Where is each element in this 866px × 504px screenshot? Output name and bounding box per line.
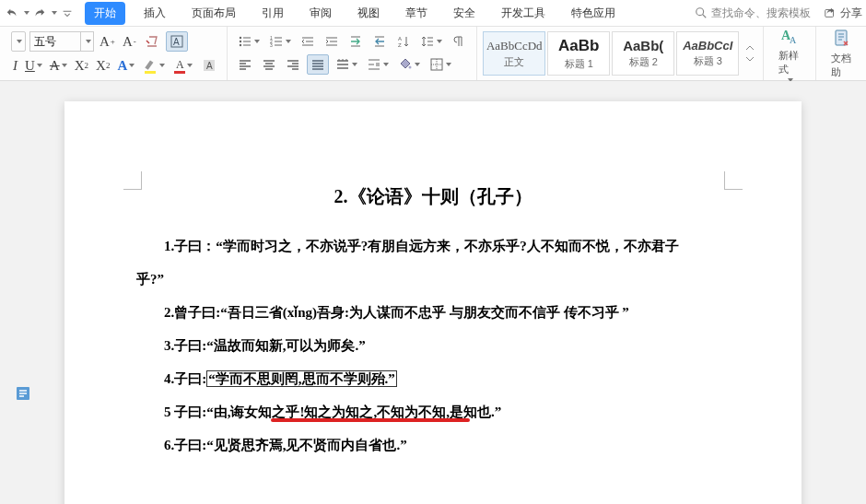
- bullets-button[interactable]: [235, 32, 263, 51]
- ribbon: A+ A- A I U A X2 X2 A A A 123 AZ: [0, 26, 866, 81]
- svg-text:3: 3: [270, 42, 273, 48]
- tab-start[interactable]: 开始: [85, 2, 125, 25]
- style-sample: AaBb(: [623, 38, 663, 53]
- doc-helper-icon: [831, 28, 853, 50]
- tab-references[interactable]: 引用: [254, 2, 291, 25]
- styles-more-button[interactable]: [743, 31, 757, 76]
- paragraph-2: 2.曾子曰:“吾日三省(xǐng)吾身:为人谋而不忠乎 与朋友交而不信乎 传不习…: [136, 296, 730, 329]
- distribute-button[interactable]: [333, 55, 360, 74]
- document-title: 2.《论语》十则（孔子）: [136, 184, 730, 209]
- tab-chapter[interactable]: 章节: [398, 2, 435, 25]
- redo-button[interactable]: [31, 5, 48, 21]
- decrease-indent-button[interactable]: [298, 32, 318, 51]
- font-size-combo[interactable]: [29, 31, 94, 52]
- svg-text:A: A: [206, 61, 213, 71]
- paragraph-4: 4.子曰:“学而不思则罔,思而不学则殆.”: [136, 362, 730, 395]
- increase-indent-button[interactable]: [322, 32, 342, 51]
- borders-button[interactable]: [427, 55, 454, 74]
- paragraph-4-highlight: “学而不思则罔,思而不学则殆.”: [206, 370, 397, 387]
- strikethrough-button[interactable]: A: [48, 58, 69, 74]
- style-normal[interactable]: AaBbCcDd 正文: [483, 31, 545, 76]
- show-marks-button[interactable]: [449, 32, 469, 51]
- sort-button[interactable]: AZ: [393, 32, 414, 51]
- subscript-button[interactable]: X2: [94, 58, 111, 74]
- rtl-button[interactable]: [369, 32, 390, 51]
- style-label: 标题 2: [629, 55, 658, 69]
- superscript-button[interactable]: X2: [73, 58, 90, 74]
- new-style-icon: AA: [778, 25, 801, 47]
- tab-featured[interactable]: 特色应用: [564, 2, 623, 25]
- clear-format-button[interactable]: [142, 32, 162, 51]
- line-spacing-button[interactable]: [417, 32, 445, 51]
- qat-dropdown[interactable]: [59, 5, 76, 21]
- character-border-button[interactable]: A: [166, 31, 188, 52]
- paragraph-6: 6.子曰:“见贤思齐焉,见不贤而内自省也.”: [136, 428, 730, 462]
- workspace: 2.《论语》十则（孔子） 1.子曰：“学而时习之，不亦说乎?有朋自远方来，不亦乐…: [0, 81, 866, 504]
- search-icon: [695, 6, 708, 19]
- font-family-dropdown[interactable]: [11, 31, 26, 52]
- menu-right: 查找命令、搜索模板 分享: [695, 6, 862, 21]
- svg-point-7: [240, 41, 241, 42]
- underline-button[interactable]: U: [23, 58, 44, 74]
- menu-left: 开始 插入 页面布局 引用 审阅 视图 章节 安全 开发工具 特色应用: [4, 2, 623, 25]
- style-sample: AaBbCcI: [683, 39, 732, 53]
- margin-corner-tr: [724, 171, 743, 190]
- style-heading1[interactable]: AaBb 标题 1: [547, 31, 610, 76]
- shading-button[interactable]: [395, 55, 423, 74]
- new-style-label: 新样式: [778, 49, 801, 76]
- svg-point-0: [696, 8, 704, 16]
- font-color-button[interactable]: A: [171, 56, 195, 76]
- character-shading-button[interactable]: A: [199, 56, 219, 75]
- paragraph-5: 5 子曰:“由,诲女知之乎!知之为知之,不知为不知,是知也.”: [136, 395, 730, 428]
- margin-corner-tl: [123, 171, 142, 190]
- share-icon: [824, 6, 837, 19]
- align-center-button[interactable]: [259, 55, 279, 74]
- decrease-font-button[interactable]: A-: [121, 34, 138, 50]
- font-group: A+ A- A I U A X2 X2 A A A: [4, 27, 228, 80]
- paragraph-3: 3.子曰:“温故而知新,可以为师矣.”: [136, 329, 730, 362]
- svg-point-14: [409, 66, 412, 69]
- share-button[interactable]: 分享: [824, 6, 862, 21]
- paragraph-group: 123 AZ: [228, 27, 477, 80]
- undo-dropdown[interactable]: [20, 9, 31, 17]
- search-placeholder: 查找命令、搜索模板: [711, 6, 811, 21]
- paragraph-1b: 乎?”: [136, 263, 730, 296]
- align-right-button[interactable]: [283, 55, 303, 74]
- increase-font-button[interactable]: A+: [98, 34, 117, 50]
- page-content[interactable]: 2.《论语》十则（孔子） 1.子曰：“学而时习之，不亦说乎?有朋自远方来，不亦乐…: [64, 101, 802, 480]
- svg-text:A: A: [398, 36, 402, 41]
- italic-button[interactable]: I: [11, 58, 19, 74]
- align-justify-button[interactable]: [307, 54, 329, 75]
- doc-helper-group: 文档助: [816, 27, 866, 80]
- undo-button[interactable]: [4, 5, 20, 21]
- style-label: 标题 1: [565, 57, 593, 71]
- redo-dropdown[interactable]: [48, 9, 59, 17]
- tab-insert[interactable]: 插入: [136, 2, 173, 25]
- numbering-button[interactable]: 123: [266, 32, 294, 51]
- document-page: 2.《论语》十则（孔子） 1.子曰：“学而时习之，不亦说乎?有朋自远方来，不亦乐…: [64, 101, 802, 504]
- highlight-color-button[interactable]: [140, 55, 168, 76]
- new-style-group: AA 新样式: [764, 27, 816, 80]
- tab-review[interactable]: 审阅: [302, 2, 339, 25]
- ltr-button[interactable]: [345, 32, 366, 51]
- new-style-button[interactable]: AA 新样式: [771, 23, 808, 84]
- tab-view[interactable]: 视图: [350, 2, 387, 25]
- undo-redo-group: [4, 5, 76, 21]
- style-heading3[interactable]: AaBbCcI 标题 3: [676, 31, 739, 76]
- style-sample: AaBbCcDd: [486, 39, 543, 53]
- tab-page-layout[interactable]: 页面布局: [184, 2, 243, 25]
- navigation-pane-icon[interactable]: [15, 385, 31, 402]
- font-size-dropdown[interactable]: [80, 32, 93, 51]
- style-heading2[interactable]: AaBb( 标题 2: [612, 31, 674, 76]
- font-size-input[interactable]: [30, 35, 80, 48]
- menu-tabs: 开始 插入 页面布局 引用 审阅 视图 章节 安全 开发工具 特色应用: [85, 2, 623, 25]
- style-sample: AaBb: [558, 37, 599, 55]
- align-left-button[interactable]: [235, 55, 255, 74]
- tab-devtools[interactable]: 开发工具: [494, 2, 553, 25]
- styles-gallery: AaBbCcDd 正文 AaBb 标题 1 AaBb( 标题 2 AaBbCcI…: [477, 27, 764, 80]
- text-effect-button[interactable]: A: [115, 58, 136, 74]
- doc-helper-button[interactable]: 文档助: [824, 26, 860, 81]
- indent-left-spin[interactable]: [364, 55, 392, 74]
- tab-security[interactable]: 安全: [446, 2, 483, 25]
- command-search[interactable]: 查找命令、搜索模板: [695, 6, 811, 21]
